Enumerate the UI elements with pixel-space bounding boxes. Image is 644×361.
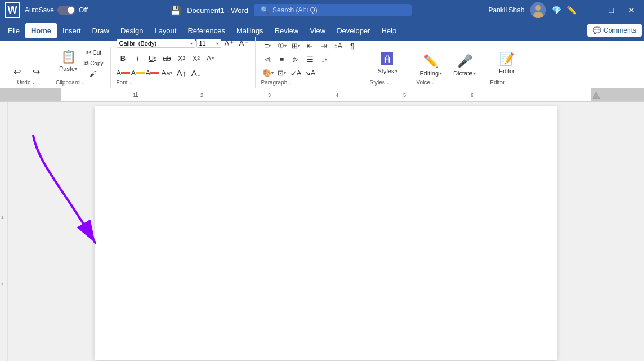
border-button[interactable]: ⊡▾ xyxy=(275,66,289,79)
case-button[interactable]: Aa▾ xyxy=(160,66,174,79)
numbering-button[interactable]: ①▾ xyxy=(275,39,289,52)
close-button[interactable]: ✕ xyxy=(624,5,639,16)
editing-arrow[interactable]: ▾ xyxy=(440,71,442,76)
increase-font-button[interactable]: A⁺ xyxy=(222,37,236,50)
paste-button[interactable]: 📋 Paste ▾ xyxy=(56,47,80,74)
multilevel-button[interactable]: ⊞▾ xyxy=(289,39,303,52)
comments-button[interactable]: 💬 Comments xyxy=(587,24,642,37)
styles-arrow[interactable]: ▾ xyxy=(395,69,397,74)
autosave-control[interactable]: AutoSave Off xyxy=(25,6,88,15)
font-size-selector[interactable]: 11 ▾ xyxy=(196,39,221,48)
document-area[interactable] xyxy=(8,102,644,361)
ribbon-group-paragraph: ≡▾ ①▾ ⊞▾ ⇤ ⇥ ↕A ¶ ⫷ ≡ ⫸ ☰ ↕▾ 🎨▾ ⊡▾ ↙A ↘A xyxy=(257,39,364,88)
font-expand-icon[interactable]: ⌄ xyxy=(129,80,133,85)
bold-button[interactable]: B xyxy=(117,52,130,64)
paste-dropdown-arrow[interactable]: ▾ xyxy=(75,66,77,72)
ruler: 1 2 3 4 5 6 xyxy=(0,88,644,102)
strikethrough-button[interactable]: ab xyxy=(160,52,174,64)
menu-layout[interactable]: Layout xyxy=(149,23,182,38)
ltr-button[interactable]: ↘A xyxy=(303,66,317,79)
decrease-font-button[interactable]: A⁻ xyxy=(237,37,251,50)
subscript-button[interactable]: X2 xyxy=(175,52,189,64)
styles-expand-icon[interactable]: ⌄ xyxy=(386,80,390,85)
menu-file[interactable]: File xyxy=(2,23,25,38)
menu-developer[interactable]: Developer xyxy=(331,23,375,38)
document-page xyxy=(95,106,557,360)
menu-insert[interactable]: Insert xyxy=(57,23,87,38)
show-formatting-button[interactable]: ¶ xyxy=(346,39,359,52)
word-logo: W xyxy=(5,2,20,18)
paragraph-expand-icon[interactable]: ⌄ xyxy=(288,80,292,85)
search-box[interactable]: 🔍 Search (Alt+Q) xyxy=(254,4,412,16)
grow-text-button[interactable]: A↑ xyxy=(175,66,189,79)
voice-controls: ✏️ Editing ▾ 🎤 Dictate ▾ xyxy=(416,52,479,79)
styles-button[interactable]: 🅰 Styles ▾ xyxy=(374,50,401,77)
undo-button[interactable]: ↩ xyxy=(8,65,26,79)
sort-button[interactable]: ↕A xyxy=(332,39,345,52)
font-name-arrow[interactable]: ▾ xyxy=(190,41,193,46)
copy-button[interactable]: ⧉ Copy xyxy=(82,58,105,68)
autosave-label: AutoSave xyxy=(25,6,54,14)
editing-button[interactable]: ✏️ Editing ▾ xyxy=(416,52,445,79)
voice-expand-icon[interactable]: ⌄ xyxy=(431,80,435,85)
ruler-mark-2: 2 xyxy=(200,92,203,98)
shading-button[interactable]: 🎨▾ xyxy=(261,66,275,79)
svg-marker-4 xyxy=(593,92,600,99)
doc-title: Document1 - Word xyxy=(187,6,248,15)
toggle-knob xyxy=(68,7,74,14)
autosave-toggle[interactable] xyxy=(57,6,75,15)
dictate-icon: 🎤 xyxy=(457,54,472,69)
justify-button[interactable]: ☰ xyxy=(303,53,317,65)
tab-stop-indicator[interactable] xyxy=(134,91,140,99)
font-color-button[interactable]: A xyxy=(146,66,159,79)
align-right-button[interactable]: ⫸ xyxy=(289,53,303,65)
editor-button[interactable]: 📝 Editor xyxy=(494,50,519,77)
menu-design[interactable]: Design xyxy=(115,23,149,38)
underline-button[interactable]: U▾ xyxy=(146,52,159,64)
voice-label: Voice xyxy=(416,79,430,86)
format-painter-button[interactable]: 🖌 xyxy=(82,69,105,79)
menu-review[interactable]: Review xyxy=(269,23,305,38)
decrease-indent-button[interactable]: ⇤ xyxy=(303,39,317,52)
menu-draw[interactable]: Draw xyxy=(87,23,115,38)
font-size-arrow[interactable]: ▾ xyxy=(216,41,218,46)
bullets-button[interactable]: ≡▾ xyxy=(261,39,275,52)
diamond-icon[interactable]: 💎 xyxy=(552,6,561,15)
ruler-mark-4: 4 xyxy=(336,92,338,98)
menu-references[interactable]: References xyxy=(182,23,230,38)
clear-format-button[interactable]: A✕ xyxy=(204,52,218,64)
align-center-button[interactable]: ≡ xyxy=(275,53,289,65)
ribbon-group-clipboard: 📋 Paste ▾ ✂ Cut ⧉ Copy 🖌 Clipboard ⌄ xyxy=(51,47,111,88)
superscript-button[interactable]: X2 xyxy=(190,52,203,64)
highlight-color-button[interactable]: A xyxy=(131,66,145,79)
menu-view[interactable]: View xyxy=(304,23,331,38)
clipboard-expand-icon[interactable]: ⌄ xyxy=(81,80,85,85)
undo-expand-icon[interactable]: ⌄ xyxy=(32,80,35,85)
menu-mailings[interactable]: Mailings xyxy=(231,23,269,38)
redo-button[interactable]: ↪ xyxy=(27,65,45,79)
ribbon-group-editor: 📝 Editor Editor xyxy=(485,47,528,88)
main-area: 1 2 xyxy=(0,102,644,361)
font-name-selector[interactable]: Calibri (Body) ▾ xyxy=(117,39,195,48)
italic-button[interactable]: I xyxy=(131,52,145,64)
dictate-button[interactable]: 🎤 Dictate ▾ xyxy=(450,52,479,79)
menu-home[interactable]: Home xyxy=(25,23,57,38)
save-icon[interactable]: 💾 xyxy=(170,5,181,16)
pen-icon[interactable]: ✏️ xyxy=(567,6,576,15)
side-ruler-mark-1: 1 xyxy=(1,215,3,220)
rtl-button[interactable]: ↙A xyxy=(289,66,303,79)
increase-indent-button[interactable]: ⇥ xyxy=(317,39,331,52)
line-spacing-button[interactable]: ↕▾ xyxy=(317,53,331,65)
align-left-button[interactable]: ⫷ xyxy=(261,53,275,65)
maximize-button[interactable]: □ xyxy=(605,5,618,16)
cut-button[interactable]: ✂ Cut xyxy=(82,47,105,57)
shrink-text-button[interactable]: A↓ xyxy=(190,66,203,79)
user-avatar[interactable] xyxy=(530,2,546,18)
paragraph-row3: 🎨▾ ⊡▾ ↙A ↘A xyxy=(261,66,359,79)
minimize-button[interactable]: — xyxy=(582,5,599,16)
menu-help[interactable]: Help xyxy=(375,23,402,38)
title-bar: W AutoSave Off 💾 Document1 - Word 🔍 Sear… xyxy=(0,0,644,20)
dictate-arrow[interactable]: ▾ xyxy=(473,71,476,76)
font-controls: Calibri (Body) ▾ 11 ▾ A⁺ A⁻ B I U▾ ab X2… xyxy=(117,37,251,79)
text-color-button[interactable]: A xyxy=(117,66,130,79)
